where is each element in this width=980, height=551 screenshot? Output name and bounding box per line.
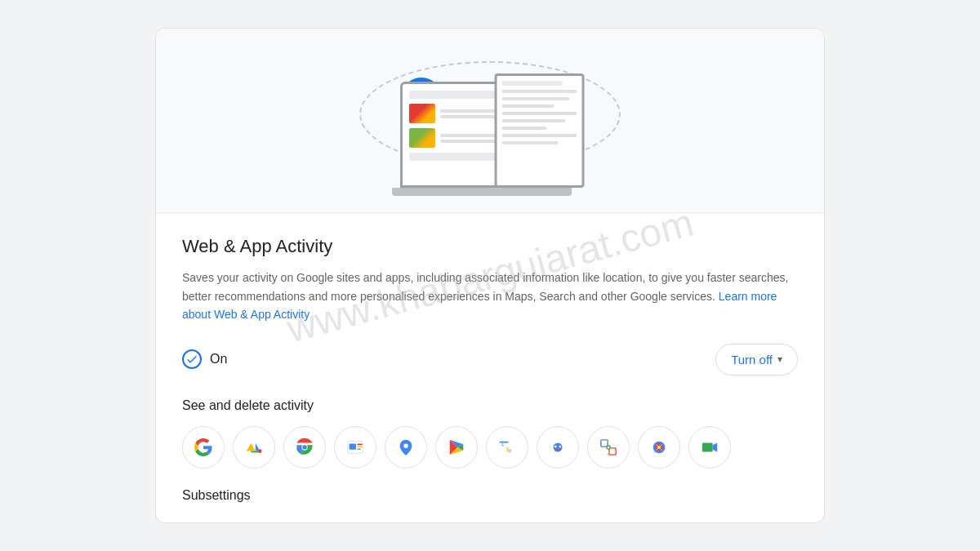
app-icon-google-news[interactable] <box>334 426 376 469</box>
main-card: Web & App Activity Saves your activity o… <box>155 28 825 522</box>
turn-off-button[interactable]: Turn off ▾ <box>715 344 798 375</box>
svg-point-19 <box>608 446 610 448</box>
svg-point-14 <box>555 445 557 447</box>
app-icon-google-meet[interactable] <box>688 426 731 469</box>
svg-rect-5 <box>350 443 356 449</box>
status-row: On Turn off ▾ <box>182 344 798 375</box>
svg-rect-17 <box>609 447 616 454</box>
svg-rect-7 <box>357 446 362 447</box>
svg-rect-8 <box>357 448 361 449</box>
illustration-content <box>351 53 629 196</box>
app-icon-google-ads[interactable] <box>233 426 275 469</box>
app-icon-google-translate[interactable]: A 文 <box>486 426 528 469</box>
app-icon-google-maps[interactable] <box>385 426 427 469</box>
svg-point-3 <box>302 445 307 450</box>
dropdown-arrow-icon: ▾ <box>777 353 782 365</box>
svg-point-15 <box>559 445 561 447</box>
svg-rect-23 <box>702 442 713 451</box>
see-delete-title: See and delete activity <box>182 398 798 413</box>
tablet-illustration <box>495 73 585 188</box>
description-text: Saves your activity on Google sites and … <box>182 269 798 323</box>
svg-point-9 <box>403 443 408 448</box>
illustration-area <box>156 29 824 213</box>
app-icon-google-assistant[interactable] <box>537 426 579 469</box>
app-icons-row: A 文 <box>182 426 798 469</box>
svg-rect-6 <box>357 443 362 445</box>
app-icon-chrome[interactable] <box>283 426 326 469</box>
status-check-icon <box>182 349 202 369</box>
status-text: On <box>210 352 227 367</box>
app-icon-google-play[interactable] <box>435 426 478 469</box>
app-icon-google-lens[interactable] <box>587 426 630 469</box>
subsettings-title: Subsettings <box>182 488 798 503</box>
content-area: Web & App Activity Saves your activity o… <box>156 213 824 522</box>
section-title: Web & App Activity <box>182 236 798 257</box>
app-icon-google[interactable] <box>182 426 225 469</box>
svg-rect-16 <box>601 439 608 446</box>
svg-text:A: A <box>501 443 505 447</box>
svg-point-0 <box>258 449 262 453</box>
app-icon-google-one[interactable] <box>638 426 680 469</box>
status-left: On <box>182 349 227 369</box>
